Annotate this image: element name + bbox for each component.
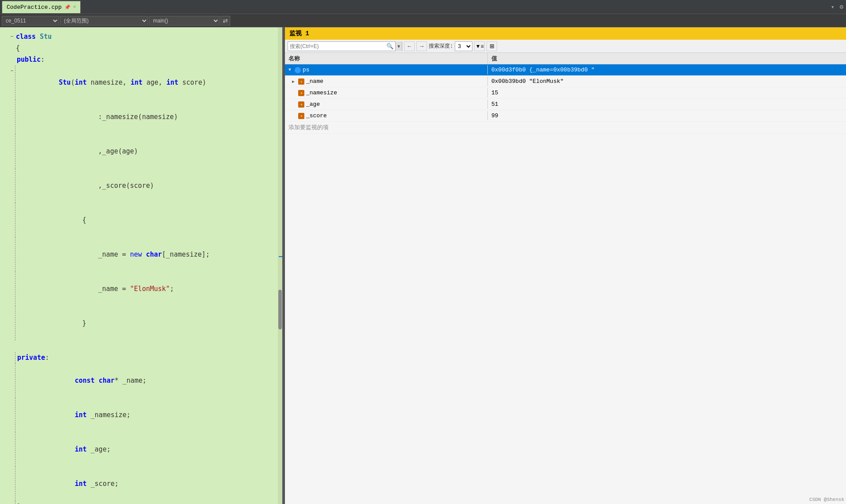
code-line-9: _name = new char[_namesize]; (0, 237, 282, 272)
line-text-4: Stu(int namesize, int age, int score) (15, 65, 282, 100)
namesize-field: _namesize (306, 90, 337, 96)
line-text-5: :_namesize(namesize) (15, 100, 282, 134)
code-editor: − class Stu { public: − Stu(int namesize… (0, 27, 282, 504)
watch-row-name-score: ⬦ _score (285, 111, 488, 120)
nav-forward-button[interactable]: → (416, 41, 427, 51)
watch-table[interactable]: 名称 值 ▼ ps 0x00d3f0b0 {_name=0x00b39bd0 "… (285, 53, 846, 504)
watch-row-age[interactable]: ⬦ _age 51 (285, 99, 846, 110)
watch-row-value-name: 0x00b39bd0 "ElonMusk" (488, 77, 846, 86)
scope-select[interactable]: (全局范围) (60, 16, 148, 26)
watch-row-name-namesize: ⬦ _namesize (285, 88, 488, 97)
location-select[interactable]: ce_0511 (2, 16, 59, 26)
watch-filter-button[interactable]: ▼≡ (474, 41, 485, 51)
line-text-10: _name = "ElonMusk"; (15, 272, 282, 306)
col-name-header: 名称 (285, 53, 488, 64)
code-line-18: }; (0, 501, 282, 504)
line-text-3: public: (15, 54, 282, 65)
watch-row-score[interactable]: ⬦ _score 99 (285, 110, 846, 122)
tab-pin-icon: 📌 (64, 4, 71, 10)
collapse-1[interactable]: − (9, 31, 15, 42)
add-watch-label: 添加要监视的项 (288, 124, 329, 131)
score-icon: ⬦ (298, 113, 304, 119)
watch-grid-button[interactable]: ⊞ (487, 41, 497, 51)
watch-row-value-age: 51 (488, 100, 846, 109)
col-value-header: 值 (488, 53, 846, 64)
scroll-indicator (279, 256, 282, 257)
code-line-11: } (0, 306, 282, 340)
age-icon: ⬦ (298, 101, 304, 108)
watch-row-name-age: ⬦ _age (285, 100, 488, 109)
code-line-13: private: (0, 352, 282, 363)
code-line-8: { (0, 203, 282, 237)
watch-toolbar: 🔍 ▾ ← → 搜索深度: 3 ▼≡ ⊞ (285, 40, 846, 53)
watch-search-input[interactable] (288, 43, 385, 49)
watch-title-bar: 监视 1 (285, 27, 846, 40)
depth-select[interactable]: 3 (455, 41, 472, 51)
tab-overflow-button[interactable]: ▾ (828, 4, 837, 11)
line-text-13: private: (15, 352, 282, 363)
editor-scrollbar[interactable] (278, 27, 282, 504)
search-dropdown-button[interactable]: ▾ (395, 41, 402, 51)
watch-title: 监视 1 (289, 30, 309, 37)
name-field: _name (306, 78, 323, 85)
expand-arrow-ps[interactable]: ▼ (288, 67, 293, 72)
code-line-10: _name = "ElonMusk"; (0, 272, 282, 306)
code-line-15: int _namesize; (0, 398, 282, 432)
line-text-8: { (15, 203, 282, 237)
line-text-11: } (15, 306, 282, 340)
watch-panel: 监视 1 🔍 ▾ ← → 搜索深度: 3 ▼≡ ⊞ 名称 值 (285, 27, 846, 504)
nav-back-button[interactable]: ← (404, 41, 415, 51)
function-select[interactable]: main() (149, 16, 220, 26)
code-line-4: − Stu(int namesize, int age, int score) (0, 65, 282, 100)
watch-row-value-namesize: 15 (488, 88, 846, 97)
watch-row-name-ps: ▼ ps (285, 65, 488, 75)
watch-search-box: 🔍 ▾ (288, 41, 402, 51)
watch-row-value-score: 99 (488, 111, 846, 120)
main-area: − class Stu { public: − Stu(int namesize… (0, 27, 846, 504)
watch-row-namesize[interactable]: ⬦ _namesize 15 (285, 87, 846, 99)
name-icon: ⬦ (298, 78, 304, 85)
watermark: CSDN @Shensk (809, 497, 844, 502)
line-text-16: int _age; (15, 432, 282, 467)
namesize-icon: ⬦ (298, 90, 304, 96)
watch-row-value-ps: 0x00d3f0b0 {_name=0x00b39bd0 " (488, 65, 846, 75)
editor-toolbar: ce_0511 (全局范围) main() ⇄ (0, 14, 846, 27)
tab-codepractice[interactable]: CodePractice.cpp 📌 × (2, 1, 81, 13)
code-line-16: int _age; (0, 432, 282, 467)
add-watch-row[interactable]: 添加要监视的项 (285, 122, 846, 134)
code-line-5: :_namesize(namesize) (0, 100, 282, 134)
age-field: _age (306, 101, 320, 108)
code-line-7: ,_score(score) (0, 168, 282, 203)
code-line-14: const char* _name; (0, 363, 282, 398)
line-text-9: _name = new char[_namesize]; (15, 237, 282, 272)
depth-label: 搜索深度: (429, 42, 453, 50)
code-content[interactable]: − class Stu { public: − Stu(int namesize… (0, 27, 282, 504)
code-line-2: { (0, 42, 282, 54)
ps-icon (295, 67, 301, 73)
tab-filename: CodePractice.cpp (7, 4, 62, 11)
search-icon: 🔍 (385, 43, 395, 50)
code-line-17: int _score; (0, 467, 282, 501)
sync-button[interactable]: ⇄ (221, 16, 230, 26)
watch-row-name-name: ▶ ⬦ _name (285, 77, 488, 86)
watch-row-name[interactable]: ▶ ⬦ _name 0x00b39bd0 "ElonMusk" (285, 76, 846, 87)
ps-name: ps (303, 67, 310, 73)
code-line-12 (0, 340, 282, 352)
line-text-14: const char* _name; (15, 363, 282, 398)
score-field: _score (306, 112, 327, 119)
line-text-1: class Stu (15, 31, 282, 42)
line-text-17: int _score; (15, 467, 282, 501)
collapse-4[interactable]: − (9, 65, 15, 77)
tab-gear-button[interactable]: ⚙ (837, 3, 846, 11)
watch-table-header: 名称 值 (285, 53, 846, 64)
expand-arrow-name[interactable]: ▶ (292, 79, 296, 84)
scrollbar-thumb (278, 290, 282, 329)
watch-row-ps[interactable]: ▼ ps 0x00d3f0b0 {_name=0x00b39bd0 " (285, 64, 846, 76)
line-text-6: ,_age(age) (15, 134, 282, 168)
line-text-18: }; (15, 501, 282, 504)
line-text-2: { (15, 42, 282, 54)
tab-bar: CodePractice.cpp 📌 × ▾ ⚙ (0, 0, 846, 14)
code-line-6: ,_age(age) (0, 134, 282, 168)
tab-close-button[interactable]: × (73, 4, 76, 10)
line-text-15: int _namesize; (15, 398, 282, 432)
